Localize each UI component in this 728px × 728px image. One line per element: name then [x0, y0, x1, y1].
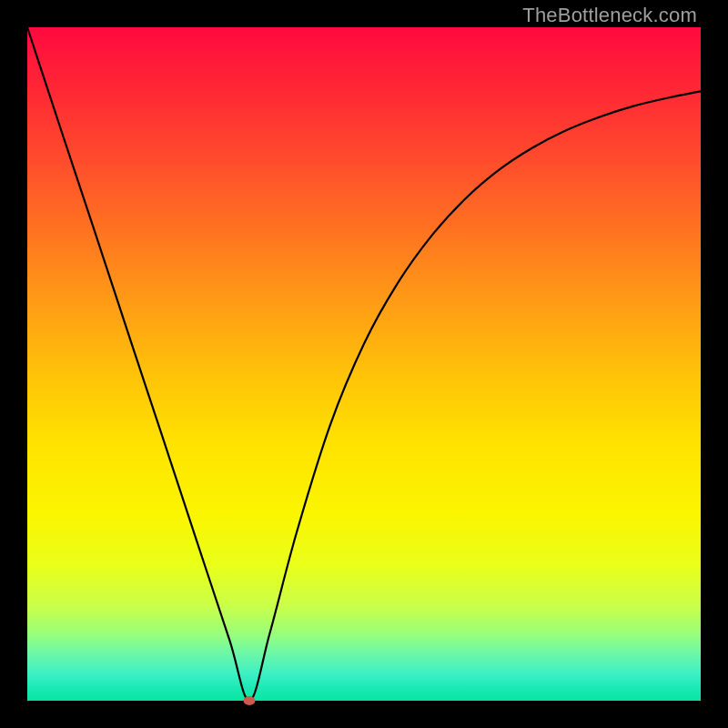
chart-frame: TheBottleneck.com — [0, 0, 728, 728]
plot-area — [27, 27, 701, 701]
bottleneck-curve — [27, 27, 701, 701]
watermark-text: TheBottleneck.com — [522, 4, 697, 27]
minimum-point-marker — [244, 696, 256, 705]
bottleneck-curve-svg — [27, 27, 701, 701]
